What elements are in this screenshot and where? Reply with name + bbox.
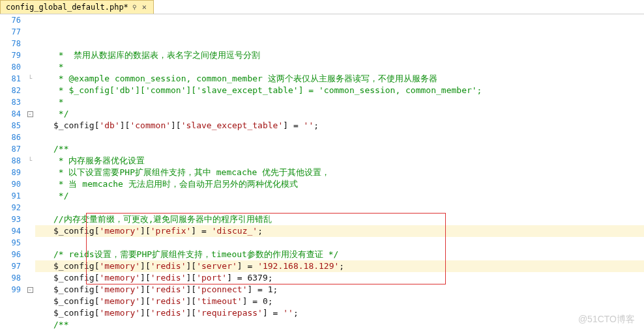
tab-filename: config_global_default.php* — [6, 3, 128, 12]
line-number: 82 — [0, 85, 21, 96]
line-number: 78 — [0, 38, 21, 49]
fold-marker — [25, 96, 35, 108]
line-number: 96 — [0, 249, 21, 260]
token: ] = — [242, 296, 263, 306]
code-line[interactable]: /** — [35, 143, 644, 155]
line-number: 95 — [0, 237, 21, 249]
fold-marker[interactable]: - — [25, 284, 35, 296]
fold-marker — [25, 61, 35, 73]
line-number: 94 — [0, 225, 21, 237]
line-number: 93 — [0, 214, 21, 225]
token: ][ — [140, 308, 151, 318]
line-number: 86 — [0, 131, 21, 143]
token: 'memory' — [99, 308, 140, 318]
code-line[interactable]: * 当 memcache 无法启用时，会自动开启另外的两种优化模式 — [35, 178, 644, 190]
token: ][ — [171, 120, 181, 130]
token: ][ — [186, 296, 197, 306]
token: ] = — [263, 308, 283, 318]
code-line[interactable]: * @example common_session, common_member… — [35, 73, 644, 85]
token: * 内存服务器优化设置 — [53, 156, 145, 165]
fold-column[interactable]: └ - └ - — [25, 14, 35, 332]
line-number: 98 — [0, 272, 21, 284]
fold-marker — [25, 225, 35, 237]
code-line[interactable]: * — [35, 96, 644, 108]
fold-marker — [25, 131, 35, 143]
token: '' — [283, 308, 293, 318]
line-number: 77 — [0, 26, 21, 38]
token: 'memory' — [99, 284, 140, 294]
fold-marker — [25, 237, 35, 249]
token: * — [53, 97, 64, 107]
token: ][ — [140, 284, 151, 294]
code-line[interactable]: * 以下设置需要PHP扩展组件支持，其中 memcache 优先于其他设置， — [35, 167, 644, 178]
token: ; — [293, 308, 299, 318]
fold-marker — [25, 167, 35, 178]
token: ] = — [247, 284, 267, 294]
token: /** — [53, 320, 68, 329]
fold-marker — [25, 49, 35, 61]
token: 0 — [263, 296, 268, 306]
token: 'requirepass' — [196, 308, 263, 318]
code-line[interactable]: $_config['db']['common']['slave_except_t… — [35, 120, 644, 131]
code-line[interactable]: /** — [35, 319, 644, 331]
token: */ — [53, 191, 68, 201]
code-line[interactable]: */ — [35, 190, 644, 202]
code-line[interactable] — [35, 202, 644, 214]
token: 'redis' — [151, 296, 186, 306]
fold-marker — [25, 143, 35, 155]
close-icon[interactable]: × — [141, 3, 148, 12]
code-line[interactable]: $_config['memory']['redis']['requirepass… — [35, 307, 644, 319]
fold-marker — [25, 120, 35, 131]
code-line[interactable]: */ — [35, 108, 644, 120]
pin-icon[interactable]: ⚲ — [132, 4, 137, 10]
code-line[interactable]: $_config['memory']['redis']['timeout'] =… — [35, 296, 644, 307]
token: 'memory' — [99, 296, 140, 306]
token: $_config — [53, 284, 95, 294]
fold-marker — [25, 214, 35, 225]
token: * $_config['db']['common']['slave_except… — [53, 85, 482, 95]
line-number: 99 — [0, 284, 21, 296]
token: * @example common_session, common_member… — [53, 74, 437, 83]
fold-marker[interactable]: └ — [25, 155, 35, 167]
token: 'redis' — [151, 284, 186, 294]
token: ][ — [140, 296, 151, 306]
code-editor[interactable]: 7677787980818283848586878889909192939495… — [0, 14, 644, 332]
fold-marker — [25, 14, 35, 26]
fold-marker — [25, 272, 35, 284]
code-line[interactable]: * $_config['db']['common']['slave_except… — [35, 85, 644, 96]
code-line[interactable]: * 内存服务器优化设置 — [35, 155, 644, 167]
token: $_config — [53, 308, 95, 318]
fold-marker[interactable]: └ — [25, 73, 35, 85]
line-number: 83 — [0, 96, 21, 108]
line-number: 85 — [0, 120, 21, 131]
token: 'slave_except_table' — [181, 120, 284, 130]
line-number: 91 — [0, 190, 21, 202]
code-area[interactable]: * 禁用从数据库的数据表，表名字之间使用逗号分割 * * @example co… — [35, 14, 644, 332]
token: * 当 memcache 无法启用时，会自动开启另外的两种优化模式 — [53, 179, 298, 189]
token: $_config — [53, 120, 95, 130]
code-line[interactable]: * — [35, 61, 644, 73]
line-number: 97 — [0, 260, 21, 272]
token: ; — [273, 284, 278, 294]
line-number: 76 — [0, 14, 21, 26]
code-line[interactable]: * 禁用从数据库的数据表，表名字之间使用逗号分割 — [35, 49, 644, 61]
code-line[interactable]: $_config['memory']['redis']['pconnect'] … — [35, 284, 644, 296]
token: $_config — [53, 296, 95, 306]
line-number: 87 — [0, 143, 21, 155]
token: ][ — [186, 308, 197, 318]
token: * 以下设置需要PHP扩展组件支持，其中 memcache 优先于其他设置， — [53, 167, 330, 177]
fold-marker — [25, 190, 35, 202]
line-number: 84 — [0, 108, 21, 120]
line-number: 80 — [0, 61, 21, 73]
file-tab[interactable]: config_global_default.php* ⚲ × — [0, 0, 154, 14]
fold-marker — [25, 85, 35, 96]
token: 'db' — [99, 120, 119, 130]
fold-marker — [25, 38, 35, 49]
token: ] = — [283, 120, 303, 130]
line-number: 81 — [0, 73, 21, 85]
fold-marker[interactable]: - — [25, 108, 35, 120]
fold-marker — [25, 202, 35, 214]
code-line[interactable] — [35, 131, 644, 143]
line-number: 89 — [0, 167, 21, 178]
token: 'pconnect' — [196, 284, 247, 294]
